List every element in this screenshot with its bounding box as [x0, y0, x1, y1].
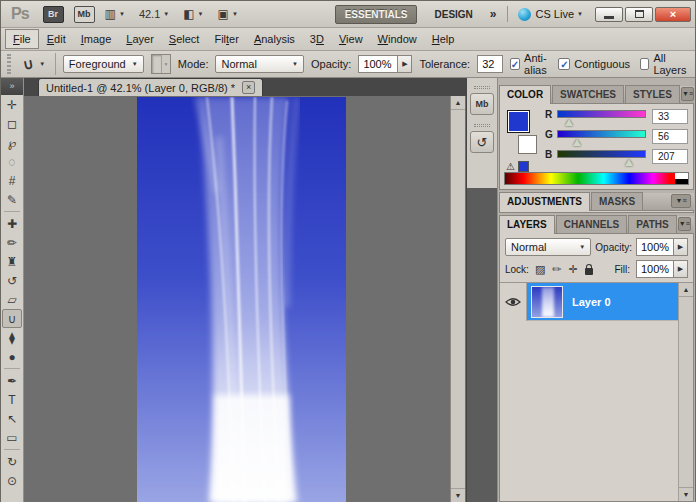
- channel-value-input[interactable]: 207: [652, 149, 688, 164]
- history-panel-button[interactable]: ↺: [470, 131, 494, 153]
- eyedropper-tool[interactable]: ✎: [1, 190, 23, 209]
- menu-layer[interactable]: Layer: [119, 30, 161, 48]
- menu-filter[interactable]: Filter: [207, 30, 245, 48]
- channel-value-input[interactable]: 33: [652, 109, 688, 124]
- clone-stamp-tool[interactable]: ♜: [1, 252, 23, 271]
- quick-selection-tool[interactable]: ◌: [1, 152, 23, 171]
- menu-image[interactable]: Image: [74, 30, 119, 48]
- mode-select[interactable]: Normal ▼: [215, 55, 304, 73]
- scroll-down-icon[interactable]: ▼: [451, 488, 465, 502]
- crop-tool[interactable]: #: [1, 171, 23, 190]
- opacity-input[interactable]: 100%: [358, 55, 398, 73]
- layer-row[interactable]: Layer 0: [500, 283, 678, 321]
- tab-close-icon[interactable]: ×: [242, 81, 255, 94]
- foreground-color-swatch[interactable]: [507, 110, 530, 133]
- tab-color-swatches[interactable]: SWATCHES: [552, 85, 624, 103]
- layers-opacity-input[interactable]: 100%: [636, 238, 674, 256]
- checkbox-anti-alias[interactable]: ✓Anti-alias: [510, 52, 549, 76]
- brush-tool[interactable]: ✏: [1, 233, 23, 252]
- 3d-camera-rotate-tool[interactable]: ⊙: [1, 471, 23, 490]
- close-button[interactable]: ×: [655, 7, 691, 22]
- launch-mini-bridge-button[interactable]: Mb: [74, 6, 95, 23]
- restore-button[interactable]: [625, 7, 653, 22]
- fill-input[interactable]: 100%: [636, 260, 674, 278]
- color-spectrum-ramp[interactable]: [504, 172, 689, 185]
- view-extras-button[interactable]: ▥ ▼: [105, 7, 125, 21]
- fill-source-select[interactable]: Foreground ▼: [63, 55, 144, 73]
- workspace-overflow-button[interactable]: »: [490, 7, 497, 21]
- scroll-up-icon[interactable]: ▲: [679, 283, 693, 297]
- rectangle-tool[interactable]: ▭: [1, 428, 23, 447]
- menu-edit[interactable]: Edit: [40, 30, 73, 48]
- layer-visibility-toggle[interactable]: [500, 283, 527, 321]
- channel-slider-g[interactable]: [557, 129, 646, 149]
- options-bar-grip[interactable]: [7, 54, 11, 74]
- tab-layers-channels[interactable]: CHANNELS: [556, 215, 628, 233]
- workspace-essentials-button[interactable]: ESSENTIALS: [335, 5, 418, 24]
- lock-all-icon[interactable]: [585, 268, 593, 275]
- screen-mode-button[interactable]: ▣ ▼: [218, 7, 238, 21]
- slider-thumb-icon[interactable]: [625, 159, 633, 166]
- dock-grip[interactable]: [474, 124, 490, 127]
- channel-slider-b[interactable]: [557, 149, 646, 169]
- 3d-object-rotate-tool[interactable]: ↻: [1, 452, 23, 471]
- checkbox-icon[interactable]: [640, 58, 649, 70]
- menu-help[interactable]: Help: [425, 30, 462, 48]
- panel-menu-icon[interactable]: ▼≡: [678, 217, 691, 231]
- lock-transparent-pixels-icon[interactable]: ▨: [535, 263, 545, 275]
- gamut-warning-icon[interactable]: ⚠: [506, 161, 515, 172]
- spectrum-endcap[interactable]: [675, 173, 688, 184]
- opacity-slider-button[interactable]: ▶: [398, 55, 412, 73]
- canvas-viewport[interactable]: ▲ ▼: [24, 96, 466, 502]
- menu-analysis[interactable]: Analysis: [247, 30, 302, 48]
- dock-grip[interactable]: [474, 86, 490, 89]
- menu-select[interactable]: Select: [162, 30, 207, 48]
- tab-adjustments-masks[interactable]: MASKS: [591, 192, 643, 210]
- tab-color-styles[interactable]: STYLES: [625, 85, 680, 103]
- slider-thumb-icon[interactable]: [565, 119, 573, 126]
- minimize-button[interactable]: [595, 7, 623, 22]
- cs-live-dropdown[interactable]: CS Live ▼: [518, 8, 583, 21]
- menu-file[interactable]: File: [5, 29, 39, 49]
- slider-thumb-icon[interactable]: [573, 139, 581, 146]
- scroll-up-icon[interactable]: ▲: [451, 96, 465, 110]
- checkbox-contiguous[interactable]: ✓Contiguous: [558, 52, 630, 76]
- tab-color-color[interactable]: COLOR: [499, 85, 551, 104]
- layers-opacity-slider-button[interactable]: ▶: [674, 238, 688, 256]
- panel-menu-icon[interactable]: ▼≡: [671, 194, 691, 208]
- channel-slider-r[interactable]: [557, 109, 646, 129]
- checkbox-icon[interactable]: ✓: [558, 58, 570, 70]
- blur-tool[interactable]: ⧫: [1, 328, 23, 347]
- launch-bridge-button[interactable]: Br: [43, 6, 64, 23]
- checkbox-icon[interactable]: ✓: [510, 58, 520, 70]
- spot-healing-brush-tool[interactable]: ✚: [1, 214, 23, 233]
- layers-scrollbar[interactable]: ▲ ▼: [678, 283, 693, 501]
- tab-adjustments-adjustments[interactable]: ADJUSTMENTS: [499, 192, 590, 211]
- tab-layers-paths[interactable]: PATHS: [628, 215, 676, 233]
- mini-bridge-panel-button[interactable]: Mb: [470, 93, 494, 115]
- canvas-vertical-scrollbar[interactable]: ▲ ▼: [450, 96, 465, 502]
- rectangular-marquee-tool[interactable]: ◻: [1, 114, 23, 133]
- paint-bucket-tool[interactable]: ∪: [2, 309, 22, 328]
- slider-track[interactable]: [557, 150, 646, 158]
- layer-name[interactable]: Layer 0: [572, 296, 611, 308]
- fill-slider-button[interactable]: ▶: [674, 260, 688, 278]
- channel-value-input[interactable]: 56: [652, 129, 688, 144]
- tool-preset-button[interactable]: ∪ ▼: [20, 55, 48, 73]
- slider-track[interactable]: [557, 130, 646, 138]
- spectrum-rainbow[interactable]: [505, 173, 675, 184]
- document-tab[interactable]: Untitled-1 @ 42.1% (Layer 0, RGB/8) * ×: [38, 78, 263, 96]
- checkbox-all-layers[interactable]: All Layers: [640, 52, 689, 76]
- blend-mode-select[interactable]: Normal ▼: [505, 238, 591, 256]
- pen-tool[interactable]: ✒: [1, 371, 23, 390]
- gamut-color-cube[interactable]: [518, 161, 529, 172]
- menu-3d[interactable]: 3D: [303, 30, 331, 48]
- scroll-down-icon[interactable]: ▼: [679, 487, 693, 501]
- lasso-tool[interactable]: ℘: [1, 133, 23, 152]
- path-selection-tool[interactable]: ↖: [1, 409, 23, 428]
- move-tool[interactable]: ✛: [1, 95, 23, 114]
- lock-position-icon[interactable]: ✛: [569, 263, 578, 275]
- workspace-design-button[interactable]: DESIGN: [425, 6, 481, 23]
- menu-view[interactable]: View: [332, 30, 370, 48]
- type-tool[interactable]: T: [1, 390, 23, 409]
